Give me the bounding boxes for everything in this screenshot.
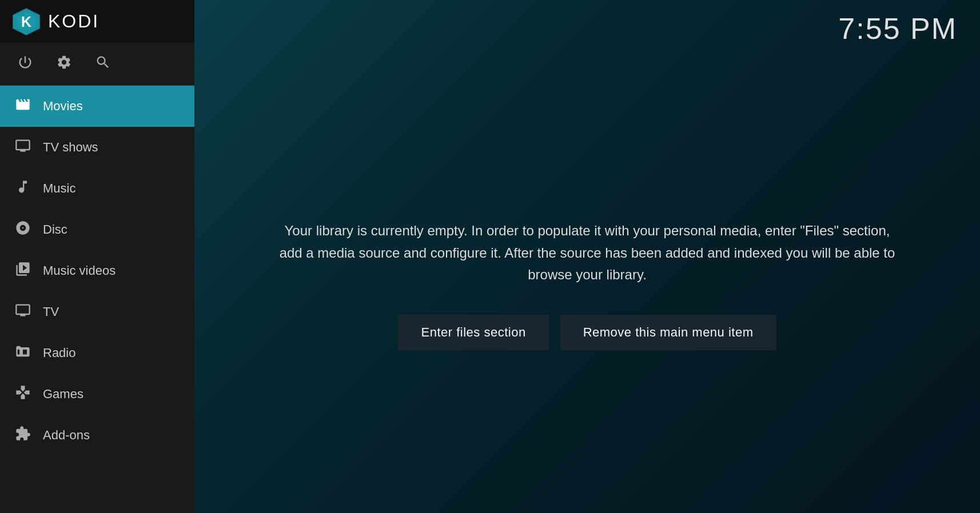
clock-display: 7:55 PM bbox=[838, 11, 957, 46]
radio-icon bbox=[14, 343, 31, 363]
app-title: KODI bbox=[48, 11, 99, 32]
main-content: 7:55 PM Your library is currently empty.… bbox=[194, 0, 980, 513]
sidebar-item-add-ons-label: Add-ons bbox=[43, 428, 90, 443]
sidebar-item-tv-shows-label: TV shows bbox=[43, 140, 98, 155]
sidebar-item-music[interactable]: Music bbox=[0, 168, 194, 209]
search-icon[interactable] bbox=[95, 54, 111, 74]
enter-files-section-button[interactable]: Enter files section bbox=[398, 315, 548, 350]
content-area: Your library is currently empty. In orde… bbox=[194, 57, 980, 513]
sidebar-header: K KODI bbox=[0, 0, 194, 43]
action-buttons: Enter files section Remove this main men… bbox=[398, 315, 776, 350]
movies-icon bbox=[14, 97, 31, 116]
sidebar-item-tv[interactable]: TV bbox=[0, 291, 194, 332]
sidebar-item-movies-label: Movies bbox=[43, 99, 83, 114]
disc-icon bbox=[14, 220, 31, 239]
sidebar: K KODI Movies bbox=[0, 0, 194, 513]
tv-icon bbox=[14, 302, 31, 322]
svg-text:K: K bbox=[21, 13, 31, 29]
sidebar-item-games[interactable]: Games bbox=[0, 374, 194, 415]
sidebar-item-disc-label: Disc bbox=[43, 222, 67, 237]
top-bar: 7:55 PM bbox=[194, 0, 980, 57]
music-videos-icon bbox=[14, 261, 31, 280]
sidebar-item-music-videos[interactable]: Music videos bbox=[0, 250, 194, 291]
sidebar-item-movies[interactable]: Movies bbox=[0, 86, 194, 127]
empty-library-message: Your library is currently empty. In orde… bbox=[273, 220, 902, 286]
sidebar-controls bbox=[0, 43, 194, 86]
sidebar-item-tv-label: TV bbox=[43, 304, 59, 319]
sidebar-item-disc[interactable]: Disc bbox=[0, 209, 194, 250]
tv-shows-icon bbox=[14, 138, 31, 157]
sidebar-item-music-videos-label: Music videos bbox=[43, 263, 115, 278]
sidebar-item-radio-label: Radio bbox=[43, 346, 75, 360]
nav-menu: Movies TV shows Music bbox=[0, 86, 194, 513]
add-ons-icon bbox=[14, 426, 31, 445]
sidebar-item-games-label: Games bbox=[43, 387, 83, 402]
sidebar-item-tv-shows[interactable]: TV shows bbox=[0, 127, 194, 168]
power-icon[interactable] bbox=[17, 54, 33, 74]
sidebar-item-add-ons[interactable]: Add-ons bbox=[0, 415, 194, 456]
music-icon bbox=[14, 179, 31, 198]
sidebar-item-music-label: Music bbox=[43, 181, 75, 196]
kodi-logo-icon: K bbox=[11, 7, 41, 37]
remove-menu-item-button[interactable]: Remove this main menu item bbox=[560, 315, 776, 350]
sidebar-item-radio[interactable]: Radio bbox=[0, 332, 194, 374]
games-icon bbox=[14, 384, 31, 404]
settings-icon[interactable] bbox=[56, 54, 72, 74]
